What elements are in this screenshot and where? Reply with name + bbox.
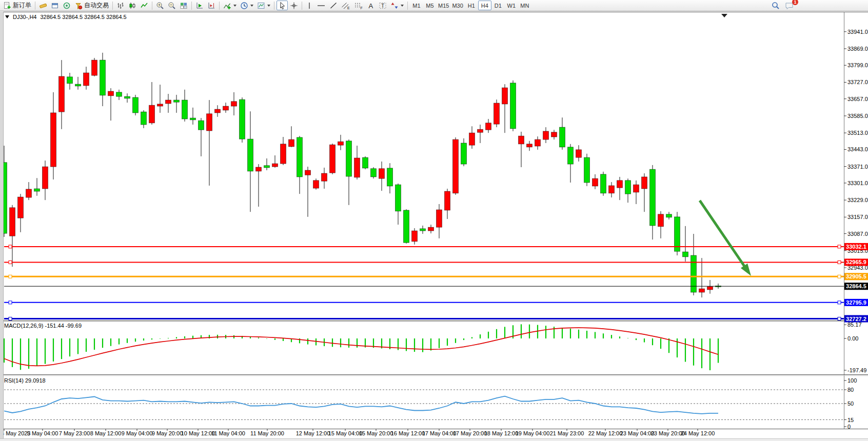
candlestick: [92, 58, 97, 76]
macd-tick-label: 85.17: [847, 322, 862, 328]
time-tick-label: 19 May 04:00: [516, 430, 550, 436]
line-chart-icon: [140, 2, 148, 10]
text-tool-button[interactable]: A: [365, 1, 377, 10]
window-bottom-edge: [0, 438, 868, 441]
candlestick: [551, 130, 557, 139]
zoom-in-button[interactable]: [154, 1, 166, 10]
crosshair-tool-button[interactable]: [288, 1, 300, 10]
timeframe-H4[interactable]: H4: [478, 1, 491, 10]
chevron-down-icon: [233, 5, 236, 7]
candlestick: [699, 258, 705, 297]
candlestick: [396, 184, 401, 225]
horizontal-level-line[interactable]: [4, 317, 844, 320]
line-handle[interactable]: [838, 301, 841, 304]
vertical-line-tool-button[interactable]: [304, 1, 314, 10]
autotrading-icon: [74, 2, 83, 10]
horizontal-level-line[interactable]: [4, 245, 844, 248]
rsi-tick-label: 0: [847, 424, 851, 430]
time-tick-label: 17 May 20:00: [453, 430, 487, 436]
tile-windows-button[interactable]: [178, 1, 189, 10]
timeframe-MN[interactable]: MN: [518, 1, 531, 10]
timeframe-W1[interactable]: W1: [505, 1, 518, 10]
time-axis: 4 May 20235 May 04:007 May 23:008 May 12…: [1, 429, 715, 436]
candlestick: [707, 280, 713, 294]
svg-text:32795.9: 32795.9: [846, 299, 866, 306]
line-handle[interactable]: [9, 275, 12, 278]
time-tick-label: 9 May 04:00: [122, 430, 153, 436]
candlestick-chart-button[interactable]: [127, 1, 138, 10]
tile-windows-icon: [180, 2, 188, 10]
timeframe-D1[interactable]: D1: [491, 1, 505, 10]
new-order-button[interactable]: 新订单: [2, 1, 33, 10]
toolbar-separator: [219, 2, 220, 10]
market-watch-button[interactable]: [61, 1, 72, 10]
candlestick: [683, 226, 688, 262]
templates-button[interactable]: [255, 1, 272, 10]
zoom-out-button[interactable]: [166, 1, 177, 10]
candlestick: [642, 173, 647, 212]
timeframe-M15[interactable]: M15: [437, 1, 450, 10]
time-tick-label: 4 May 2023: [1, 430, 30, 436]
line-handle[interactable]: [838, 260, 841, 264]
chart-shift-button[interactable]: [206, 1, 217, 10]
charts-window-button[interactable]: [49, 1, 61, 10]
autotrading-button[interactable]: 自动交易: [73, 1, 110, 10]
candlestick: [281, 137, 286, 165]
candlestick: [43, 161, 48, 200]
search-button[interactable]: [770, 1, 781, 10]
fibonacci-tool-button[interactable]: F: [352, 1, 365, 10]
time-tick-label: 18 May 12:00: [484, 430, 519, 436]
candlestick: [453, 137, 459, 195]
cursor-tool-button[interactable]: [277, 1, 288, 10]
trend-arrow-annotation[interactable]: [700, 201, 751, 276]
candlestick: [297, 136, 303, 194]
line-handle[interactable]: [838, 245, 841, 248]
timeframe-H1[interactable]: H1: [465, 1, 478, 10]
candlestick: [322, 168, 327, 189]
styler-button[interactable]: [37, 1, 49, 10]
search-icon: [772, 2, 780, 10]
new-order-label: 新订单: [13, 1, 31, 10]
time-tick-label: 21 May 23:00: [550, 430, 584, 436]
auto-scroll-button[interactable]: [194, 1, 205, 10]
candlestick: [535, 136, 541, 150]
trendline-tool-button[interactable]: [328, 1, 339, 10]
candlestick: [363, 156, 368, 169]
line-handle[interactable]: [838, 275, 841, 278]
toolbar-separator: [407, 2, 408, 10]
horizontal-level-line[interactable]: [4, 260, 844, 264]
price-tick-label: 33585.0: [847, 113, 868, 119]
line-chart-button[interactable]: [139, 1, 150, 10]
crosshair-icon: [290, 2, 298, 10]
line-handle[interactable]: [838, 317, 841, 320]
time-tick-label: 5 May 04:00: [27, 430, 58, 436]
bar-chart-button[interactable]: [115, 1, 126, 10]
toolbar-right-group: 1: [770, 1, 796, 10]
text-label-tool-button[interactable]: T: [377, 1, 388, 10]
candlestick: [240, 97, 245, 143]
chart-shift-marker-icon[interactable]: [721, 14, 727, 17]
timeframe-M30[interactable]: M30: [450, 1, 464, 10]
new-order-icon: [3, 2, 11, 10]
trendline-icon: [329, 2, 338, 10]
line-handle[interactable]: [9, 301, 12, 304]
periods-button[interactable]: [239, 1, 255, 10]
rsi-tick-label: 100: [847, 377, 857, 384]
equidistant-channel-tool-button[interactable]: E: [340, 1, 352, 10]
chart-menu-triangle-icon[interactable]: [5, 15, 9, 18]
timeframe-M5[interactable]: M5: [423, 1, 437, 10]
line-handle[interactable]: [9, 245, 12, 248]
notifications-button[interactable]: 1: [783, 1, 796, 10]
candlestick: [223, 103, 229, 113]
pane-frames: [0, 12, 868, 429]
horizontal-level-line[interactable]: [4, 301, 844, 304]
line-handle[interactable]: [9, 317, 12, 320]
arrows-tool-button[interactable]: [389, 1, 405, 10]
candlestick: [157, 85, 163, 113]
line-handle[interactable]: [9, 260, 12, 264]
horizontal-line-tool-button[interactable]: [315, 1, 327, 10]
timeframe-M1[interactable]: M1: [410, 1, 423, 10]
indicators-button[interactable]: [222, 1, 238, 10]
price-tick-label: 33229.0: [847, 197, 868, 203]
horizontal-level-line[interactable]: [4, 275, 844, 278]
